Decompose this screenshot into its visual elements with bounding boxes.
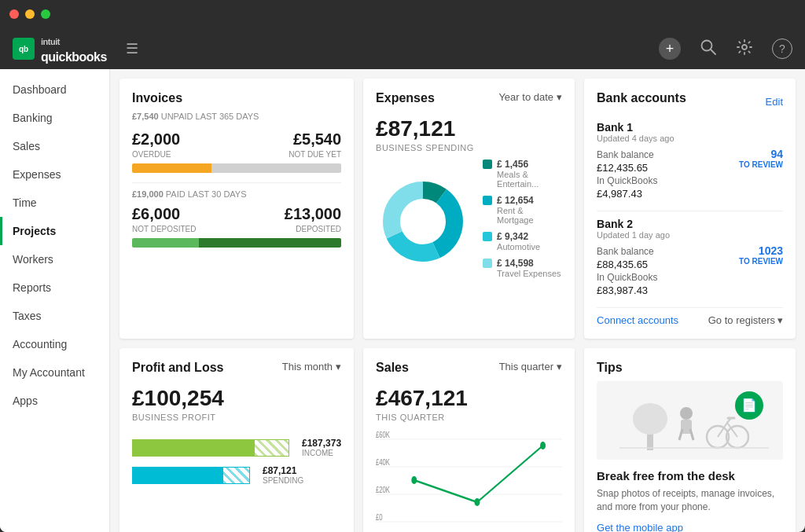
tips-card-title: Break free from the desk xyxy=(597,469,783,482)
bar-green-dark xyxy=(199,238,341,248)
pl-subtitle: BUSINESS PROFIT xyxy=(132,413,341,422)
maximize-button[interactable] xyxy=(41,9,50,19)
bank-divider xyxy=(597,211,783,211)
connect-accounts-link[interactable]: Connect accounts xyxy=(597,314,678,326)
bank2-balance-value-row: £88,435.65 xyxy=(597,259,657,270)
invoices-notdue-label: NOT DUE YET xyxy=(289,150,341,159)
tips-cta-link[interactable]: Get the mobile app xyxy=(597,522,783,532)
svg-text:£60K: £60K xyxy=(376,431,390,439)
pl-period[interactable]: This month ▾ xyxy=(282,361,341,372)
invoices-paid-bar xyxy=(132,238,341,248)
tips-card: Tips xyxy=(584,348,796,532)
expenses-period[interactable]: Year to date ▾ xyxy=(498,91,562,103)
invoices-amounts-row: £2,000 OVERDUE £5,540 NOT DUE YET xyxy=(132,130,341,159)
expenses-content: £ 1,456Meals & Entertain... £ 12,654Rent… xyxy=(376,159,562,284)
logo-icon: qb xyxy=(13,38,35,60)
bar-gray xyxy=(211,163,341,173)
help-icon[interactable]: ? xyxy=(772,39,792,59)
sidebar-item-my-accountant[interactable]: My Accountant xyxy=(0,358,109,387)
bank1-qb-row: In QuickBooks xyxy=(597,175,657,186)
bar-income-hatch xyxy=(254,439,289,457)
svg-point-25 xyxy=(633,403,667,435)
sidebar-item-banking[interactable]: Banking xyxy=(0,104,109,132)
sidebar-item-dashboard[interactable]: Dashboard xyxy=(0,75,109,104)
titlebar xyxy=(0,0,805,28)
invoices-card: Invoices £7,540 UNPAID LAST 365 DAYS £2,… xyxy=(119,79,354,339)
bar-income-solid xyxy=(132,439,254,457)
invoices-unpaid-label: £7,540 UNPAID LAST 365 DAYS xyxy=(132,112,341,121)
sidebar-item-accounting[interactable]: Accounting xyxy=(0,330,109,358)
menu-button[interactable]: ☰ xyxy=(126,40,138,57)
pl-amount: £100,254 xyxy=(132,386,341,411)
bank-edit-link[interactable]: Edit xyxy=(766,96,783,108)
sidebar-item-apps[interactable]: Apps xyxy=(0,387,109,415)
invoices-overdue-bar xyxy=(132,163,341,173)
tips-image: 📄 xyxy=(597,381,783,460)
svg-text:📄: 📄 xyxy=(741,398,757,413)
tips-card-desc: Snap photos of receipts, manage invoices… xyxy=(597,487,783,514)
legend-dot-1 xyxy=(483,196,492,205)
close-button[interactable] xyxy=(9,9,19,19)
body: Dashboard Banking Sales Expenses Time Pr… xyxy=(0,69,805,532)
bank-bottom-divider xyxy=(597,307,783,308)
main-content: Invoices £7,540 UNPAID LAST 365 DAYS £2,… xyxy=(110,69,805,532)
svg-line-3 xyxy=(711,50,715,54)
sidebar-item-sales[interactable]: Sales xyxy=(0,132,109,160)
svg-point-26 xyxy=(680,407,693,420)
header: qb intuit quickbooks ☰ + ? xyxy=(0,28,805,69)
bank2-updated: Updated 1 day ago xyxy=(597,230,783,240)
logo-text: intuit quickbooks xyxy=(41,32,107,65)
expenses-title: Expenses xyxy=(376,91,435,105)
svg-point-9 xyxy=(401,200,445,244)
invoices-notdeposited-label: NOT DEPOSITED xyxy=(132,225,197,233)
svg-text:£40K: £40K xyxy=(376,457,390,468)
bank2-qb-row: In QuickBooks xyxy=(597,272,657,283)
invoices-overdue-amount: £2,000 xyxy=(132,130,180,149)
legend-dot-0 xyxy=(483,160,492,169)
bank1-review[interactable]: 94 TO REVIEW xyxy=(739,148,783,169)
legend-item-2: £ 9,342Automotive xyxy=(483,231,562,251)
expenses-card: Expenses Year to date ▾ £87,121 BUSINESS… xyxy=(363,79,575,339)
bank1-name: Bank 1 xyxy=(597,121,783,134)
pl-card: Profit and Loss This month ▾ £100,254 BU… xyxy=(119,348,354,532)
bank-title: Bank accounts xyxy=(597,91,686,105)
expenses-donut xyxy=(376,174,470,269)
bank2-review[interactable]: 1023 TO REVIEW xyxy=(739,244,783,266)
search-icon[interactable] xyxy=(700,39,717,60)
sales-period[interactable]: This quarter ▾ xyxy=(499,361,562,372)
svg-text:qb: qb xyxy=(19,45,28,53)
pl-header: Profit and Loss This month ▾ xyxy=(132,361,341,381)
bank-header: Bank accounts Edit xyxy=(597,91,783,112)
invoices-divider xyxy=(132,182,341,183)
bank1-balance-row: Bank balance xyxy=(597,149,657,160)
legend-item-1: £ 12,654Rent & Mortgage xyxy=(483,195,562,225)
invoices-deposited-label: DEPOSITED xyxy=(285,225,341,233)
sales-card: Sales This quarter ▾ £467,121 THIS QUART… xyxy=(363,348,575,532)
sidebar-item-time[interactable]: Time xyxy=(0,189,109,217)
svg-point-18 xyxy=(411,476,417,484)
invoices-notdeposited-amount: £6,000 xyxy=(132,205,197,223)
sidebar-item-workers[interactable]: Workers xyxy=(0,245,109,273)
sidebar-item-expenses[interactable]: Expenses xyxy=(0,160,109,189)
sidebar-item-reports[interactable]: Reports xyxy=(0,273,109,302)
invoices-paid-amounts-row: £6,000 NOT DEPOSITED £13,000 DEPOSITED xyxy=(132,205,341,233)
minimize-button[interactable] xyxy=(25,9,35,19)
bank2-balance-row: Bank balance xyxy=(597,246,657,257)
bank2-name: Bank 2 xyxy=(597,218,783,230)
sales-chart: £60K £40K £20K £0 Jan xyxy=(376,431,562,532)
sidebar-item-projects[interactable]: Projects xyxy=(0,217,109,245)
sales-subtitle: THIS QUARTER xyxy=(376,413,562,422)
pl-bars: £187,373 INCOME £87,121 SPENDING xyxy=(132,438,341,485)
invoices-title: Invoices xyxy=(132,91,341,105)
app: qb intuit quickbooks ☰ + ? Dashboard xyxy=(0,28,805,532)
settings-icon[interactable] xyxy=(736,39,753,60)
registers-link[interactable]: Go to registers ▾ xyxy=(708,314,783,326)
invoices-overdue-label: OVERDUE xyxy=(132,150,180,159)
legend-item-0: £ 1,456Meals & Entertain... xyxy=(483,159,562,189)
bar-spending-solid xyxy=(132,467,222,484)
add-icon[interactable]: + xyxy=(659,38,681,60)
expenses-header: Expenses Year to date ▾ xyxy=(376,91,562,112)
bar-green-light xyxy=(132,238,199,248)
sidebar-item-taxes[interactable]: Taxes xyxy=(0,302,109,330)
pl-title: Profit and Loss xyxy=(132,361,223,375)
